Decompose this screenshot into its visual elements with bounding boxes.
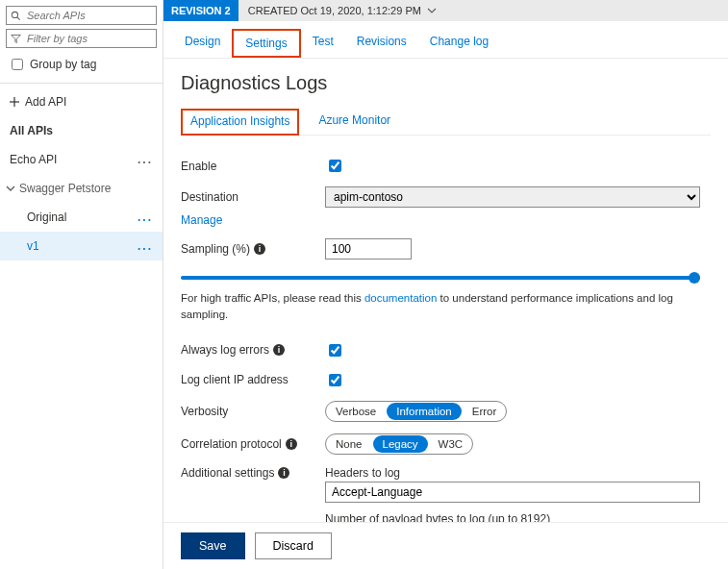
add-api-button[interactable]: Add API [0,87,163,116]
sidebar: Group by tag Add API All APIs Echo API .… [0,0,163,569]
chevron-down-icon [6,185,15,192]
search-apis-input[interactable] [25,9,152,22]
chevron-down-icon [427,8,437,13]
slider-thumb[interactable] [689,272,700,284]
footer: Save Discard [163,522,728,569]
info-icon[interactable]: i [278,467,289,479]
search-icon [11,11,21,21]
revision-created-label: CREATED Oct 19, 2020, 1:12:29 PM [248,5,421,16]
tab-changelog[interactable]: Change log [418,29,500,58]
sidebar-item-original[interactable]: Original ... [0,203,163,232]
plus-icon [10,97,19,107]
svg-line-1 [17,16,20,19]
helper-prefix: For high traffic APIs, please read this [181,292,364,304]
enable-label: Enable [181,160,325,173]
content: Diagnostics Logs Application Insights Az… [163,59,728,522]
group-by-tag-checkbox[interactable]: Group by tag [8,56,155,73]
manage-link[interactable]: Manage [181,213,222,227]
discard-button[interactable]: Discard [255,532,332,559]
sampling-slider[interactable] [181,271,700,284]
always-log-errors-label: Always log errors [181,343,269,357]
form: Enable Destination apim-contoso Manage [181,136,700,522]
info-icon[interactable]: i [273,344,285,356]
save-button[interactable]: Save [181,532,245,559]
headers-to-log-input[interactable] [325,482,700,503]
svg-marker-2 [12,35,21,42]
more-icon[interactable]: ... [138,239,153,253]
sidebar-all-apis[interactable]: All APIs [0,116,163,145]
verbosity-label: Verbosity [181,405,228,418]
subtabs: Application Insights Azure Monitor [181,108,711,136]
correlation-segmented[interactable]: None Legacy W3C [325,433,473,455]
filter-tags-box[interactable] [6,29,157,48]
main-tabs: Design Settings Test Revisions Change lo… [163,21,728,59]
payload-bytes-label: Number of payload bytes to log (up to 81… [325,512,700,523]
tab-test[interactable]: Test [301,29,345,58]
headers-to-log-label: Headers to log [325,466,700,480]
correlation-label: Correlation protocol [181,437,282,451]
log-client-ip-checkbox[interactable] [329,374,341,386]
correlation-legacy[interactable]: Legacy [373,435,428,453]
add-api-label: Add API [25,95,66,109]
tab-design[interactable]: Design [173,29,232,58]
subtab-azure-monitor[interactable]: Azure Monitor [316,108,392,135]
sidebar-item-label: Swagger Petstore [19,182,111,195]
svg-point-0 [12,12,17,17]
verbosity-verbose[interactable]: Verbose [326,406,386,417]
helper-text: For high traffic APIs, please read this … [181,286,700,335]
filter-icon [11,34,21,44]
tab-settings[interactable]: Settings [232,29,300,58]
all-apis-label: All APIs [10,124,53,137]
divider [0,83,163,84]
more-icon[interactable]: ... [138,210,153,224]
sidebar-item-swagger-petstore[interactable]: Swagger Petstore [0,174,163,203]
tab-revisions[interactable]: Revisions [345,29,418,58]
sampling-input[interactable] [325,238,412,260]
verbosity-information[interactable]: Information [387,403,462,420]
correlation-w3c[interactable]: W3C [429,438,473,450]
sidebar-item-v1[interactable]: v1 ... [0,232,163,260]
info-icon[interactable]: i [286,438,297,450]
slider-track [181,276,700,280]
revision-badge: REVISION 2 [163,0,238,21]
correlation-none[interactable]: None [326,438,372,450]
subtab-application-insights[interactable]: Application Insights [181,109,299,136]
destination-select[interactable]: apim-contoso [325,186,700,208]
verbosity-error[interactable]: Error [463,406,507,417]
more-icon[interactable]: ... [138,153,153,166]
main: REVISION 2 CREATED Oct 19, 2020, 1:12:29… [163,0,728,569]
always-log-errors-checkbox[interactable] [329,344,341,357]
page-title: Diagnostics Logs [181,72,711,94]
group-by-tag-input[interactable] [12,59,23,70]
verbosity-segmented[interactable]: Verbose Information Error [325,401,507,422]
filter-tags-input[interactable] [25,32,152,45]
log-client-ip-label: Log client IP address [181,373,289,386]
search-apis-box[interactable] [6,6,157,25]
revision-created[interactable]: CREATED Oct 19, 2020, 1:12:29 PM [238,5,446,16]
documentation-link[interactable]: documentation [364,292,437,304]
revision-bar: REVISION 2 CREATED Oct 19, 2020, 1:12:29… [163,0,728,21]
sidebar-item-echo-api[interactable]: Echo API ... [0,145,163,174]
info-icon[interactable]: i [254,243,265,255]
enable-checkbox[interactable] [329,160,341,172]
sampling-label: Sampling (%) [181,242,250,256]
sidebar-item-label: Echo API [10,153,57,166]
group-by-tag-label: Group by tag [30,58,96,71]
additional-settings-label: Additional settings [181,466,274,480]
sidebar-item-label: Original [27,210,66,224]
destination-label: Destination [181,190,238,204]
sidebar-item-label: v1 [27,239,39,253]
